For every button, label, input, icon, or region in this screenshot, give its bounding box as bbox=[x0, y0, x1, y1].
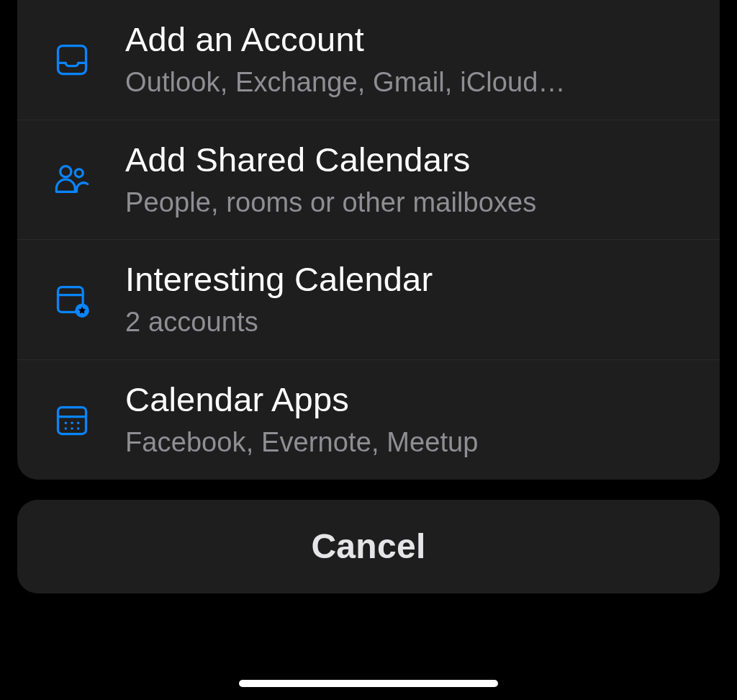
menu-item-interesting-calendar[interactable]: Interesting Calendar 2 accounts bbox=[17, 240, 720, 360]
menu-item-text: Add Shared Calendars People, rooms or ot… bbox=[125, 140, 698, 220]
calendar-grid-icon bbox=[39, 401, 125, 439]
menu-item-subtitle: Facebook, Evernote, Meetup bbox=[125, 426, 698, 459]
menu-item-text: Add an Account Outlook, Exchange, Gmail,… bbox=[125, 20, 698, 99]
menu-item-subtitle: 2 accounts bbox=[125, 306, 698, 339]
home-indicator bbox=[239, 680, 498, 687]
people-icon bbox=[39, 161, 125, 198]
svg-point-8 bbox=[65, 421, 67, 423]
svg-rect-6 bbox=[58, 407, 86, 434]
menu-item-title: Add an Account bbox=[125, 20, 698, 59]
menu-item-add-account[interactable]: Add an Account Outlook, Exchange, Gmail,… bbox=[17, 0, 720, 120]
action-sheet: Add an Account Outlook, Exchange, Gmail,… bbox=[17, 0, 720, 593]
inbox-icon bbox=[39, 41, 125, 78]
svg-point-9 bbox=[71, 421, 73, 423]
menu-list: Add an Account Outlook, Exchange, Gmail,… bbox=[17, 0, 720, 480]
svg-point-10 bbox=[77, 421, 79, 423]
svg-point-1 bbox=[60, 166, 71, 177]
svg-point-2 bbox=[75, 169, 83, 177]
menu-item-calendar-apps[interactable]: Calendar Apps Facebook, Evernote, Meetup bbox=[17, 360, 720, 480]
svg-point-12 bbox=[71, 427, 73, 429]
cancel-button[interactable]: Cancel bbox=[17, 500, 720, 593]
menu-item-subtitle: Outlook, Exchange, Gmail, iCloud… bbox=[125, 66, 698, 99]
menu-item-shared-calendars[interactable]: Add Shared Calendars People, rooms or ot… bbox=[17, 120, 720, 241]
menu-item-subtitle: People, rooms or other mailboxes bbox=[125, 187, 698, 220]
menu-item-title: Interesting Calendar bbox=[125, 260, 698, 299]
menu-item-text: Interesting Calendar 2 accounts bbox=[125, 260, 698, 339]
cancel-label: Cancel bbox=[311, 526, 425, 566]
menu-item-title: Calendar Apps bbox=[125, 380, 698, 419]
calendar-star-icon bbox=[39, 281, 125, 318]
menu-item-text: Calendar Apps Facebook, Evernote, Meetup bbox=[125, 380, 698, 459]
svg-point-13 bbox=[77, 427, 79, 429]
svg-point-11 bbox=[65, 427, 67, 429]
svg-rect-0 bbox=[58, 45, 86, 73]
menu-item-title: Add Shared Calendars bbox=[125, 140, 698, 179]
